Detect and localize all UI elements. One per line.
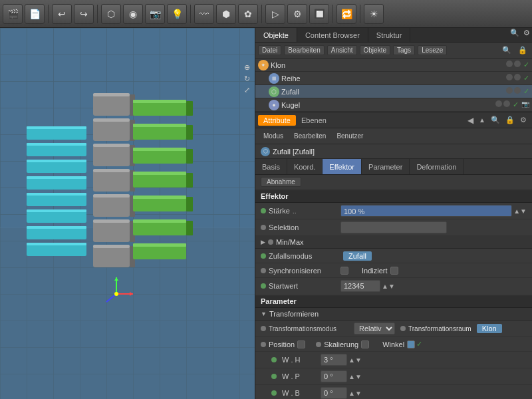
attr-content: Effektor Stärke .. 100 % ▲▼ Selektion — [255, 190, 532, 399]
toolbar-cube-btn[interactable]: ⬡ — [101, 4, 121, 24]
toolbar-divider-6 — [360, 5, 360, 23]
wp-spinner[interactable]: ▲▼ — [348, 373, 362, 380]
viewport[interactable]: ⊕ ↻ ⤢ — [0, 28, 255, 399]
minmax-triangle: ▶ — [261, 239, 265, 245]
attr-lock-icon[interactable]: 🔒 — [503, 116, 517, 124]
attr-benutzer-btn[interactable]: Benutzer — [332, 132, 367, 140]
wb-spinner[interactable]: ▲▼ — [348, 390, 362, 397]
menu-tags[interactable]: Tags — [393, 45, 415, 55]
wh-input[interactable] — [321, 354, 347, 366]
dot-skal — [316, 342, 321, 347]
param-row-sync: Synchronisieren Indiziert — [255, 263, 532, 278]
toolbar-redo-btn[interactable]: ↪ — [74, 4, 94, 24]
param-label-selektion: Selektion — [261, 223, 340, 231]
checkmark-kugel: ✓ — [513, 100, 519, 109]
staerke-spinner[interactable]: ▲▼ — [513, 207, 527, 215]
param-row-wh: W . H ▲▼ — [255, 352, 532, 368]
winkel-checkbox[interactable] — [407, 340, 415, 348]
toolbar-settings-btn[interactable]: ⚙ — [287, 4, 307, 24]
gear-icon[interactable]: ⚙ — [521, 28, 532, 42]
menu-bearbeiten[interactable]: Bearbeiten — [284, 45, 324, 55]
obj-lock-icon[interactable]: 🔒 — [516, 45, 529, 55]
attr-up-icon[interactable]: ▲ — [476, 116, 488, 124]
sub-tab-parameter[interactable]: Parameter — [362, 159, 410, 174]
tab-objekte[interactable]: Objekte — [255, 28, 297, 42]
toolbar-anim-btn[interactable]: 🔁 — [336, 4, 356, 24]
staerke-bar[interactable]: 100 % — [340, 205, 512, 217]
dot-wp — [271, 374, 277, 379]
tab-content-browser[interactable]: Content Browser — [297, 28, 368, 42]
svg-rect-22 — [93, 118, 130, 122]
svg-rect-44 — [133, 148, 186, 151]
obj-row-kugel[interactable]: ● Kugel ✓ 📷 — [255, 98, 532, 112]
toolbar-mograph-btn[interactable]: ⬢ — [216, 4, 236, 24]
svg-rect-33 — [93, 221, 130, 242]
wp-input[interactable] — [321, 370, 347, 382]
startwert-spinner[interactable]: ▲▼ — [382, 283, 395, 290]
svg-rect-31 — [93, 194, 130, 198]
attr-tab-ebenen[interactable]: Ebenen — [296, 115, 332, 126]
toolbar-render-btn[interactable]: ▷ — [265, 4, 285, 24]
dot-staerke — [261, 208, 266, 213]
tab-struktur[interactable]: Struktur — [368, 28, 411, 42]
transformieren-header[interactable]: ▼ Transformieren — [255, 308, 532, 321]
startwert-input[interactable] — [340, 280, 380, 292]
toolbar-light-btn[interactable]: 💡 — [167, 4, 187, 24]
obj-row-klon[interactable]: ✦ Klon ✓ — [255, 59, 532, 72]
toolbar-light2-btn[interactable]: ☀ — [364, 4, 384, 24]
toolbar-new-btn[interactable]: 📄 — [25, 4, 45, 24]
sub-tab-koord[interactable]: Koord. — [287, 159, 323, 174]
toolbar-deform-btn[interactable]: 〰 — [194, 4, 214, 24]
svg-rect-16 — [27, 226, 86, 229]
transformieren-triangle: ▼ — [261, 311, 267, 317]
abnahme-btn[interactable]: Abnahme — [261, 177, 301, 187]
skalierung-checkbox[interactable] — [361, 340, 369, 348]
sync-checkbox[interactable] — [340, 267, 348, 275]
sub-tab-basis[interactable]: Basis — [255, 159, 287, 174]
menu-leseze[interactable]: Leseze — [418, 45, 447, 55]
selektion-input[interactable] — [340, 221, 447, 233]
transformationsmodus-select[interactable]: Relativ — [354, 323, 395, 334]
minmax-header[interactable]: ▶ Min/Max — [255, 236, 532, 249]
svg-rect-42 — [133, 124, 186, 127]
toolbar-undo-btn[interactable]: ↩ — [52, 4, 72, 24]
toolbar-file-btn[interactable]: 🎬 — [3, 4, 23, 24]
dot2 — [514, 61, 521, 67]
attr-modus-btn[interactable]: Modus — [259, 132, 287, 140]
toolbar-camera-btn[interactable]: 📷 — [145, 4, 165, 24]
wb-input[interactable] — [321, 387, 347, 399]
dot-wb — [271, 390, 277, 396]
toolbar-hair-btn[interactable]: ✿ — [238, 4, 258, 24]
menu-objekte[interactable]: Objekte — [360, 45, 390, 55]
wh-label: W . H — [282, 356, 315, 364]
indiziert-checkbox[interactable] — [390, 267, 398, 275]
attr-tab-attribute[interactable]: Attribute — [258, 115, 296, 126]
obj-row-zufall[interactable]: ⬡ Zufall ✓ — [255, 85, 532, 98]
sub-tab-effektor[interactable]: Effektor — [323, 159, 362, 174]
obj-row-reihe[interactable]: ▦ Reihe ✓ — [255, 72, 532, 85]
toolbar-sphere-btn[interactable]: ◉ — [123, 4, 143, 24]
position-checkbox[interactable] — [297, 340, 305, 348]
top-toolbar: 🎬 📄 ↩ ↪ ⬡ ◉ 📷 💡 〰 ⬢ ✿ ▷ ⚙ 🔲 🔁 ☀ — [0, 0, 532, 28]
menu-ansicht[interactable]: Ansicht — [327, 45, 357, 55]
zufallsmodus-value[interactable]: Zufall — [343, 251, 372, 261]
viewport-rotate-btn[interactable]: ↻ — [242, 74, 252, 84]
obj-search-icon[interactable]: 🔍 — [500, 45, 513, 55]
transraum-value[interactable]: Klon — [477, 324, 502, 333]
attr-gear-icon[interactable]: ⚙ — [517, 116, 529, 124]
svg-rect-3 — [27, 144, 86, 156]
sub-tab-deformation[interactable]: Deformation — [410, 159, 464, 174]
search-icon[interactable]: 🔍 — [508, 28, 521, 42]
toolbar-render-view-btn[interactable]: 🔲 — [309, 4, 329, 24]
attr-bearbeiten-btn[interactable]: Bearbeiten — [290, 132, 330, 140]
wh-spinner[interactable]: ▲▼ — [348, 356, 362, 364]
attr-arrow-left[interactable]: ◀ — [465, 116, 476, 125]
menu-datei[interactable]: Datei — [258, 45, 281, 55]
viewport-scale-btn[interactable]: ⤢ — [242, 85, 252, 95]
dot1-kugel — [495, 100, 502, 107]
viewport-move-btn[interactable]: ⊕ — [242, 63, 252, 72]
svg-rect-45 — [133, 173, 186, 188]
attr-search-icon[interactable]: 🔍 — [488, 116, 503, 124]
svg-rect-6 — [27, 194, 86, 206]
param-label-transmod: Transformationsmodus — [261, 325, 354, 332]
